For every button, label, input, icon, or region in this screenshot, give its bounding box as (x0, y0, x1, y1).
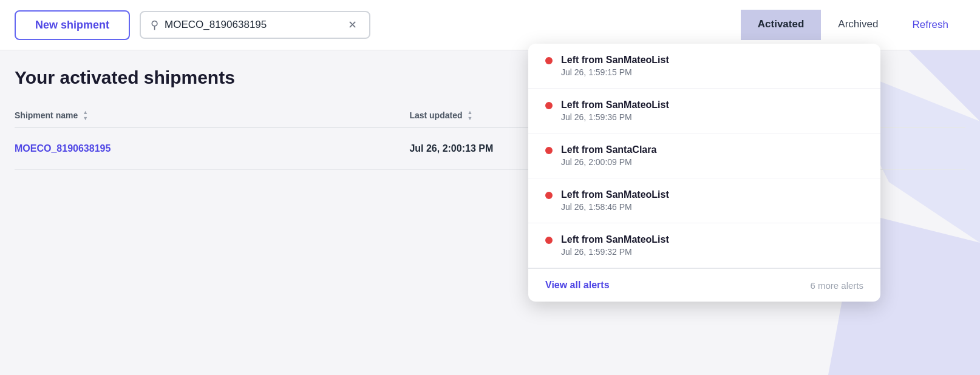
alert-dot (545, 237, 553, 244)
col-shipment-name: Shipment name ▲▼ (15, 105, 409, 127)
alert-title: Left from SanMateoList (561, 234, 863, 245)
alert-dot (545, 57, 553, 64)
alerts-dropdown: Left from SanMateoList Jul 26, 1:59:15 P… (528, 44, 880, 302)
alert-content: Left from SanMateoList Jul 26, 1:59:32 P… (561, 234, 863, 257)
new-shipment-button[interactable]: New shipment (15, 10, 130, 40)
alert-item: Left from SanMateoList Jul 26, 1:58:46 P… (528, 178, 880, 223)
alert-time: Jul 26, 1:59:36 PM (561, 112, 863, 122)
cell-shipment-name: MOECO_8190638195 (15, 127, 409, 170)
alert-dot (545, 192, 553, 199)
alert-time: Jul 26, 2:00:09 PM (561, 157, 863, 167)
alert-dot (545, 102, 553, 109)
alert-title: Left from SanMateoList (561, 189, 863, 200)
alert-content: Left from SanMateoList Jul 26, 1:59:15 P… (561, 55, 863, 77)
sort-arrows-updated[interactable]: ▲▼ (467, 110, 472, 122)
alert-title: Left from SanMateoList (561, 55, 863, 66)
refresh-button[interactable]: Refresh (895, 10, 965, 40)
alert-time: Jul 26, 1:58:46 PM (561, 202, 863, 212)
dropdown-footer: View all alerts 6 more alerts (528, 268, 880, 302)
alert-time: Jul 26, 1:59:15 PM (561, 67, 863, 77)
shipment-link[interactable]: MOECO_8190638195 (15, 143, 111, 154)
alert-time: Jul 26, 1:59:32 PM (561, 247, 863, 257)
alert-content: Left from SanMateoList Jul 26, 1:59:36 P… (561, 100, 863, 122)
alert-title: Left from SanMateoList (561, 100, 863, 110)
search-icon: ⚲ (151, 18, 158, 32)
alert-dot (545, 147, 553, 154)
alert-content: Left from SantaClara Jul 26, 2:00:09 PM (561, 144, 863, 167)
tab-activated[interactable]: Activated (741, 10, 822, 40)
more-alerts-count: 6 more alerts (810, 280, 863, 291)
alert-item: Left from SanMateoList Jul 26, 1:59:15 P… (528, 44, 880, 89)
tab-archived[interactable]: Archived (821, 10, 895, 40)
view-all-alerts-link[interactable]: View all alerts (545, 280, 610, 291)
search-box: ⚲ ✕ (140, 11, 370, 39)
search-input[interactable] (165, 19, 339, 31)
alert-item: Left from SanMateoList Jul 26, 1:59:32 P… (528, 223, 880, 268)
toolbar: New shipment ⚲ ✕ Activated Archived Refr… (0, 0, 980, 50)
alert-item: Left from SantaClara Jul 26, 2:00:09 PM (528, 133, 880, 178)
alert-content: Left from SanMateoList Jul 26, 1:58:46 P… (561, 189, 863, 212)
sort-arrows-name[interactable]: ▲▼ (83, 110, 88, 122)
clear-search-button[interactable]: ✕ (345, 18, 359, 32)
tab-bar: Activated Archived Refresh (741, 10, 965, 40)
alert-title: Left from SantaClara (561, 144, 863, 155)
alert-item: Left from SanMateoList Jul 26, 1:59:36 P… (528, 89, 880, 133)
